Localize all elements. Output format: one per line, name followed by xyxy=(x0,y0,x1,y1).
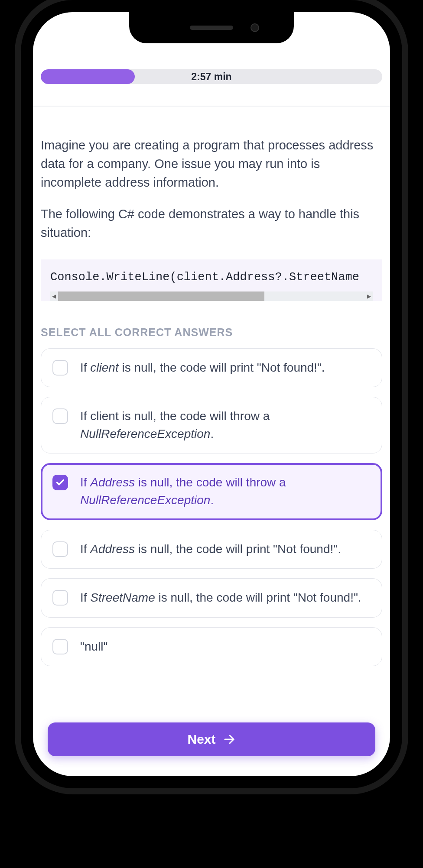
progress-section: 2:57 min xyxy=(33,54,390,84)
answer-option[interactable]: If client is null, the code will throw a… xyxy=(41,397,382,453)
checkbox[interactable] xyxy=(52,475,68,490)
app-root: 2:57 min Imagine you are creating a prog… xyxy=(33,12,390,776)
checkbox[interactable] xyxy=(52,541,68,557)
notch-camera xyxy=(251,23,259,32)
question-text: Imagine you are creating a program that … xyxy=(41,136,382,242)
code-scrollbar[interactable]: ◀ ▶ xyxy=(50,291,373,301)
answer-option[interactable]: If Address is null, the code will throw … xyxy=(41,463,382,520)
content-scroll[interactable]: Imagine you are creating a program that … xyxy=(33,107,390,776)
scroll-left-icon[interactable]: ◀ xyxy=(52,293,56,299)
code-block: Console.WriteLine(client.Address?.Street… xyxy=(41,259,382,301)
answer-text: If client is null, the code will throw a… xyxy=(80,408,371,443)
answer-text: "null" xyxy=(80,638,107,656)
answer-text: If Address is null, the code will print … xyxy=(80,541,341,558)
phone-frame: 2:57 min Imagine you are creating a prog… xyxy=(21,0,402,788)
answer-text: If Address is null, the code will throw … xyxy=(80,474,371,509)
checkbox[interactable] xyxy=(52,360,68,376)
answer-option[interactable]: If client is null, the code will print "… xyxy=(41,348,382,388)
next-button-label: Next xyxy=(187,732,215,747)
answer-text: If StreetName is null, the code will pri… xyxy=(80,589,361,607)
checkbox[interactable] xyxy=(52,639,68,654)
progress-fill xyxy=(41,69,135,84)
scrollbar-thumb[interactable] xyxy=(58,291,264,301)
instruction-label: SELECT ALL CORRECT ANSWERS xyxy=(41,326,382,339)
scroll-right-icon[interactable]: ▶ xyxy=(367,293,371,299)
checkbox[interactable] xyxy=(52,590,68,606)
code-text: Console.WriteLine(client.Address?.Street… xyxy=(50,271,373,291)
answer-text: If client is null, the code will print "… xyxy=(80,359,325,377)
checkbox[interactable] xyxy=(52,408,68,424)
timer-text: 2:57 min xyxy=(191,71,231,83)
check-icon xyxy=(55,478,65,487)
question-paragraph: The following C# code demonstrates a way… xyxy=(41,205,382,242)
progress-track: 2:57 min xyxy=(41,69,382,84)
next-button-wrap: Next xyxy=(33,722,390,756)
arrow-right-icon xyxy=(223,733,236,746)
next-button[interactable]: Next xyxy=(48,722,375,756)
answer-option[interactable]: If Address is null, the code will print … xyxy=(41,530,382,569)
phone-screen: 2:57 min Imagine you are creating a prog… xyxy=(33,12,390,776)
notch-speaker xyxy=(190,26,233,30)
answer-option[interactable]: "null" xyxy=(41,627,382,667)
answers-list: If client is null, the code will print "… xyxy=(41,348,382,667)
answer-option[interactable]: If StreetName is null, the code will pri… xyxy=(41,578,382,618)
question-paragraph: Imagine you are creating a program that … xyxy=(41,136,382,192)
phone-notch xyxy=(129,12,294,43)
